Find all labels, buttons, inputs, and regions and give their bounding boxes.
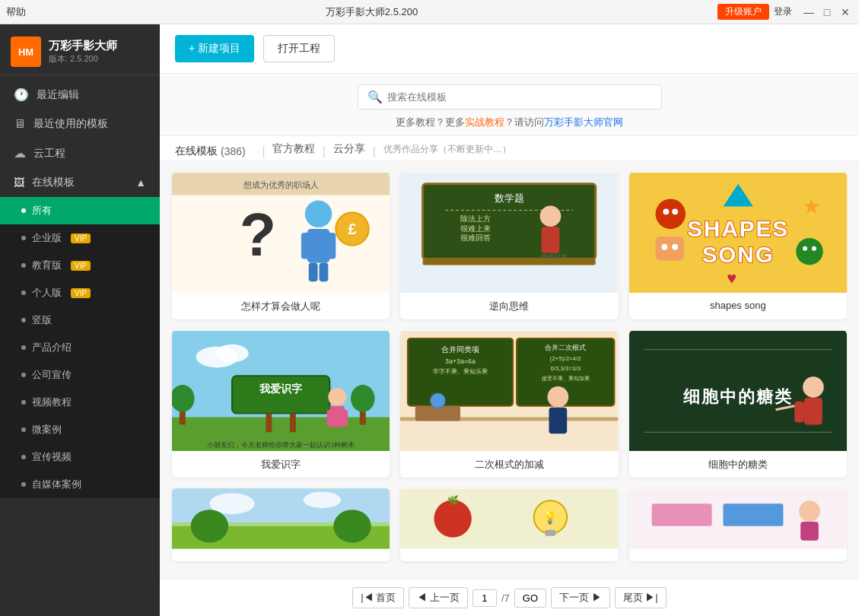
last-page-button[interactable]: 尾页 ▶| <box>615 587 667 608</box>
submenu-item-product[interactable]: 产品介绍 <box>0 334 160 361</box>
template-thumbnail-1: 想成为优秀的职场人 ? £ <box>172 172 390 294</box>
submenu-item-vertical[interactable]: 竖版 <box>0 306 160 334</box>
page-number-input[interactable] <box>472 589 497 607</box>
template-thumbnail-2: 数学题 除法上方 很难上来 很难回答 很难回答 <box>400 172 618 294</box>
template-title-2: 逆向思维 <box>400 294 618 319</box>
svg-point-67 <box>431 393 446 408</box>
login-button[interactable]: 登录 <box>774 5 792 18</box>
svg-point-84 <box>333 510 371 542</box>
submenu-item-education[interactable]: 教育版 VIP <box>0 252 160 279</box>
template-card-8[interactable]: 🌿 💡 <box>400 488 618 561</box>
template-card-1[interactable]: 想成为优秀的职场人 ? £ <box>172 172 390 319</box>
svg-rect-69 <box>549 408 568 434</box>
submenu-item-self-media[interactable]: 自媒体案例 <box>0 471 160 498</box>
search-box[interactable]: 🔍 <box>358 84 662 110</box>
next-page-button[interactable]: 下一页 ▶ <box>551 587 610 608</box>
svg-text:合并二次根式: 合并二次根式 <box>546 344 587 351</box>
app-name: 万彩手影大师 <box>49 39 117 53</box>
svg-point-4 <box>305 201 332 228</box>
dot-icon <box>21 400 26 405</box>
svg-point-45 <box>351 385 375 412</box>
main-content: + 新建项目 打开工程 🔍 更多教程？更多实战教程？请访问万彩手影大师官网 在线… <box>160 24 859 616</box>
close-button[interactable]: ✕ <box>838 5 853 20</box>
tutorial-link[interactable]: 实战教程 <box>465 116 504 128</box>
tabs-label: 在线模板 <box>175 144 218 158</box>
submenu-item-all[interactable]: 所有 <box>0 197 160 224</box>
official-site-link[interactable]: 万彩手影大师官网 <box>544 116 623 128</box>
template-thumbnail-7 <box>172 488 390 549</box>
dot-icon <box>21 291 26 295</box>
monitor-icon: 🖥 <box>14 117 26 131</box>
menu-help[interactable]: 帮助 <box>6 5 26 19</box>
submenu-item-micro[interactable]: 微案例 <box>0 416 160 443</box>
template-card-5[interactable]: 合并同类项 3a+3a=6a 学字不乘、乘知乐乘 合并二次根式 (2+5)/2=… <box>400 330 618 478</box>
svg-point-74 <box>803 376 824 398</box>
submenu-video-label: 视频教程 <box>32 395 72 409</box>
cloud-icon: ☁ <box>14 146 26 160</box>
template-card-3[interactable]: ★ ♥ SHAPES <box>629 172 847 319</box>
svg-text:♥: ♥ <box>727 268 737 287</box>
tabs-bar: 在线模板 (386) | 官方教程 | 云分享 | 优秀作品分享（不断更新中…） <box>160 136 859 161</box>
submenu-product-label: 产品介绍 <box>32 341 72 354</box>
submenu-item-promo-video[interactable]: 宣传视频 <box>0 443 160 471</box>
tab-official[interactable]: 官方教程 <box>272 142 315 160</box>
dot-icon <box>21 455 26 459</box>
template-title-5: 二次根式的加减 <box>400 452 618 478</box>
template-card-7[interactable] <box>172 488 390 561</box>
svg-rect-92 <box>651 503 711 526</box>
svg-point-26 <box>663 208 669 214</box>
search-input[interactable] <box>387 91 652 103</box>
sidebar-item-recent-template[interactable]: 🖥 最近使用的模板 <box>0 110 160 138</box>
submenu-item-company[interactable]: 公司宣传 <box>0 361 160 389</box>
svg-point-32 <box>796 238 823 265</box>
template-title-7 <box>172 549 390 561</box>
open-project-button[interactable]: 打开工程 <box>263 35 335 62</box>
submenu-personal-label: 个人版 <box>32 286 62 300</box>
minimize-button[interactable]: — <box>801 5 816 20</box>
template-thumbnail-8: 🌿 💡 <box>400 488 618 549</box>
template-card-6[interactable]: 细胞中的糖类 细胞中的糖类 <box>629 330 847 478</box>
dot-icon <box>21 318 26 322</box>
svg-text:(2+5)/2=4/2: (2+5)/2=4/2 <box>550 356 581 363</box>
sidebar-item-recent-edit[interactable]: 🕐 最近编辑 <box>0 80 160 110</box>
submenu-item-personal[interactable]: 个人版 VIP <box>0 279 160 306</box>
template-card-2[interactable]: 数学题 除法上方 很难上来 很难回答 很难回答 <box>400 172 618 319</box>
svg-rect-85 <box>400 489 618 549</box>
go-button[interactable]: GO <box>514 589 546 608</box>
svg-text:细胞中的糖类: 细胞中的糖类 <box>683 387 793 406</box>
svg-text:想成为优秀的职场人: 想成为优秀的职场人 <box>243 180 319 189</box>
prev-page-button[interactable]: ◀ 上一页 <box>409 587 468 608</box>
svg-rect-6 <box>301 233 312 259</box>
submenu-item-enterprise[interactable]: 企业版 VIP <box>0 224 160 252</box>
svg-rect-9 <box>320 262 329 281</box>
sidebar-logo: HM 万彩手影大师 版本: 2.5.200 <box>0 24 160 75</box>
svg-point-33 <box>803 246 807 251</box>
template-thumbnail-9 <box>629 488 847 549</box>
svg-rect-52 <box>326 410 334 427</box>
submenu-all-label: 所有 <box>32 204 52 218</box>
svg-rect-48 <box>266 414 272 433</box>
tab-best-works[interactable]: 优秀作品分享（不断更新中…） <box>383 143 511 160</box>
template-thumbnail-4: 我爱识字 小朋友们，今天老师给你带大家一起认识3种树木 <box>172 330 390 452</box>
tab-cloud-share[interactable]: 云分享 <box>333 142 365 160</box>
template-title-9 <box>629 549 847 561</box>
recent-edit-label: 最近编辑 <box>37 88 79 102</box>
svg-rect-93 <box>723 503 783 526</box>
svg-point-34 <box>812 246 816 251</box>
template-card-9[interactable] <box>629 488 847 561</box>
submenu-item-video[interactable]: 视频教程 <box>0 389 160 416</box>
submenu-enterprise-label: 企业版 <box>32 231 62 245</box>
template-card-4[interactable]: 我爱识字 小朋友们，今天老师给你带大家一起认识3种树木 我爱识字 <box>172 330 390 478</box>
first-page-button[interactable]: |◀ 首页 <box>352 587 404 608</box>
sidebar-item-cloud[interactable]: ☁ 云工程 <box>0 138 160 168</box>
svg-rect-95 <box>800 522 819 541</box>
submenu-selfmedia-label: 自媒体案例 <box>32 478 81 491</box>
maximize-button[interactable]: □ <box>819 5 835 20</box>
template-title-6: 细胞中的糖类 <box>629 452 847 478</box>
new-project-button[interactable]: + 新建项目 <box>175 35 254 62</box>
sidebar-item-online-template[interactable]: 🖼 在线模板 ▲ <box>0 168 160 197</box>
svg-text:合并同类项: 合并同类项 <box>441 345 479 354</box>
upgrade-button[interactable]: 升级账户 <box>717 4 769 20</box>
template-title-4: 我爱识字 <box>172 452 390 478</box>
svg-text:小朋友们，今天老师给你带大家一起认识3种树木: 小朋友们，今天老师给你带大家一起认识3种树木 <box>207 441 354 449</box>
